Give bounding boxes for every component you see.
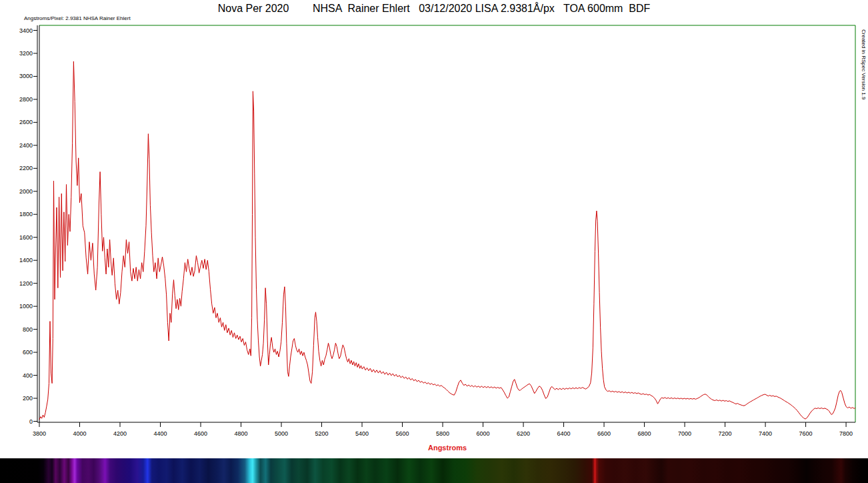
- y-tick-label: 2600: [13, 119, 33, 125]
- y-tick-label: 200: [13, 395, 33, 402]
- x-tick-label: 6400: [557, 430, 571, 437]
- y-tick-label: 2400: [13, 142, 33, 149]
- x-tick-label: 3800: [33, 430, 46, 437]
- x-tick-label: 7200: [719, 430, 732, 437]
- y-tick-label: 1000: [13, 303, 33, 310]
- x-tick-label: 7400: [759, 430, 772, 437]
- y-tick-label: 3000: [13, 73, 33, 79]
- y-tick-label: 1400: [13, 257, 33, 264]
- x-tick-label: 5800: [436, 430, 449, 437]
- x-tick-label: 4600: [194, 430, 207, 437]
- spectrum-trace: [39, 61, 855, 420]
- rspec-chart-window: Nova Per 2020 NHSA Rainer Ehlert 03/12/2…: [0, 0, 868, 483]
- x-tick-label: 6800: [638, 430, 651, 437]
- x-tick-label: 4200: [113, 430, 127, 437]
- y-tick-label: 400: [13, 372, 33, 379]
- x-tick-label: 4800: [235, 430, 248, 437]
- y-tick-label: 600: [13, 349, 33, 356]
- y-tick-label: 2200: [13, 165, 33, 171]
- y-tick-label: 3200: [13, 50, 33, 57]
- y-tick-label: 1600: [13, 234, 33, 241]
- x-tick-label: 6000: [477, 430, 490, 437]
- x-tick-label: 5200: [315, 430, 329, 437]
- x-tick-label: 7000: [678, 430, 691, 437]
- x-tick-label: 6600: [597, 430, 611, 437]
- x-tick-label: 5400: [355, 430, 369, 437]
- x-tick-label: 7800: [839, 430, 853, 437]
- spectrum-plot-canvas[interactable]: [0, 0, 868, 483]
- y-tick-label: 2800: [13, 96, 33, 103]
- y-tick-label: 0: [13, 418, 33, 425]
- x-tick-label: 7600: [799, 430, 813, 437]
- x-tick-label: 6200: [517, 430, 530, 437]
- synthesized-spectrum-strip: [0, 458, 868, 483]
- x-tick-label: 4400: [153, 430, 167, 437]
- y-tick-label: 3400: [13, 27, 33, 34]
- x-tick-label: 5000: [275, 430, 288, 437]
- y-tick-label: 1200: [13, 280, 33, 287]
- y-tick-label: 1800: [13, 211, 33, 217]
- y-tick-label: 800: [13, 326, 33, 333]
- x-axis-title: Angstroms: [428, 444, 467, 452]
- x-tick-label: 5600: [396, 430, 409, 437]
- x-tick-label: 4000: [73, 430, 86, 437]
- y-tick-label: 2000: [13, 188, 33, 195]
